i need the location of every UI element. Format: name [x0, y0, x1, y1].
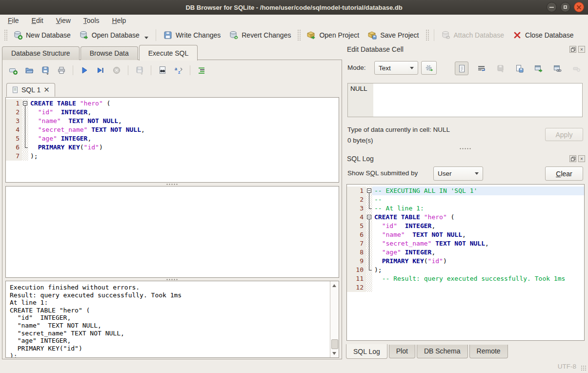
log-filter-select[interactable]: User: [433, 166, 483, 181]
code-line: 3-- At line 1:: [347, 204, 584, 213]
close-tab-icon[interactable]: ✕: [43, 87, 50, 93]
sql-tab-label: SQL 1: [21, 86, 41, 94]
attach-database-button: Attach Database: [437, 28, 509, 42]
text-mode-button[interactable]: [455, 62, 468, 75]
scroll-down-icon[interactable]: [330, 350, 338, 357]
tab-plot[interactable]: Plot: [389, 345, 415, 358]
save-results-button: [134, 64, 145, 76]
save-as-icon: [515, 64, 524, 73]
tab-database-structure[interactable]: Database Structure: [2, 46, 80, 60]
sql-log-view[interactable]: 1-- EXECUTING ALL IN 'SQL 1'2--3-- At li…: [346, 184, 585, 341]
import-mode-button[interactable]: [421, 61, 437, 75]
sql-toolbar-separator: [151, 65, 151, 75]
sql-editor[interactable]: 1CREATE TABLE "hero" (2 "id" INTEGER,3 "…: [5, 97, 339, 183]
scroll-up-icon[interactable]: [330, 282, 338, 289]
open-database-button[interactable]: Open Database: [75, 28, 153, 42]
log-filter-label: Show SQL submitted by: [347, 169, 418, 177]
minimize-icon[interactable]: [547, 2, 557, 12]
word-wrap-icon: [477, 64, 486, 73]
cell-value-editor[interactable]: NULL: [347, 83, 583, 117]
menu-view[interactable]: View: [53, 16, 74, 25]
dock-splitter-handle[interactable]: [459, 148, 472, 149]
open-database-dropdown-caret[interactable]: [144, 37, 148, 39]
window-controls: [547, 2, 584, 12]
revert-changes-button[interactable]: Revert Changes: [225, 28, 295, 42]
svg-text:z: z: [178, 70, 181, 75]
results-scrollbar[interactable]: [330, 281, 339, 357]
new-database-button[interactable]: New Database: [9, 28, 75, 42]
clear-log-button[interactable]: Clear: [545, 166, 583, 181]
write-changes-icon: [163, 31, 172, 40]
find-button[interactable]: [157, 64, 168, 76]
execute-current-line-button[interactable]: [95, 64, 106, 76]
mode-value: Text: [379, 64, 391, 72]
sql-file-icon: [12, 86, 19, 93]
maximize-icon[interactable]: [560, 2, 570, 12]
bottom-tab-bar: SQL Log Plot DB Schema Remote: [346, 345, 508, 358]
close-icon[interactable]: [574, 2, 584, 12]
open-project-icon: [307, 31, 316, 40]
menu-tools[interactable]: Tools: [81, 16, 102, 25]
menu-bar: File Edit View Tools Help: [0, 15, 588, 26]
close-database-button[interactable]: Close Database: [508, 28, 578, 42]
stop-button: [111, 64, 122, 76]
tab-browse-data[interactable]: Browse Data: [81, 46, 138, 60]
scrollbar-thumb[interactable]: [331, 339, 338, 349]
edit-cell-header: Edit Database Cell ×: [345, 44, 586, 55]
menu-edit[interactable]: Edit: [29, 16, 46, 25]
format-sql-button[interactable]: [196, 64, 207, 76]
float-panel-icon[interactable]: [569, 46, 576, 53]
mode-select[interactable]: Text: [374, 61, 418, 75]
title-bar[interactable]: DB Browser for SQLite - /home/user/code/…: [0, 0, 588, 15]
stop-icon: [112, 66, 121, 75]
open-sql-file-button[interactable]: [23, 64, 35, 76]
open-external-button[interactable]: [532, 62, 545, 75]
close-panel-icon[interactable]: ×: [578, 46, 585, 53]
splitter-handle[interactable]: [166, 184, 179, 185]
resize-grip[interactable]: [581, 365, 587, 372]
attach-database-icon: [442, 31, 450, 40]
word-wrap-button[interactable]: [475, 62, 487, 75]
link-data-button[interactable]: [551, 62, 564, 75]
menu-file[interactable]: File: [5, 16, 22, 25]
export-cell-button[interactable]: [513, 62, 526, 75]
tab-sql-log[interactable]: SQL Log: [346, 344, 387, 359]
tab-remote[interactable]: Remote: [469, 345, 508, 358]
toolbar-drag-handle[interactable]: [426, 29, 429, 41]
code-line: 4CREATE TABLE "hero" (: [347, 213, 584, 222]
apply-button: Apply: [545, 128, 583, 141]
save-project-icon: [368, 31, 377, 40]
toolbar-drag-handle[interactable]: [297, 29, 301, 41]
close-panel-icon[interactable]: ×: [578, 155, 585, 162]
execute-all-button[interactable]: [79, 64, 90, 76]
code-line: 7);: [6, 152, 339, 161]
sql-1-tab[interactable]: SQL 1 ✕: [6, 83, 55, 97]
tab-db-schema[interactable]: DB Schema: [417, 345, 468, 358]
print-sql-button[interactable]: [56, 64, 67, 76]
import-icon: [496, 64, 505, 73]
encoding-indicator: UTF-8: [558, 363, 576, 370]
new-sql-tab-button[interactable]: [7, 64, 19, 76]
sql-log-header: SQL Log ×: [345, 153, 586, 164]
open-database-icon: [80, 31, 88, 40]
float-panel-icon[interactable]: [569, 155, 576, 162]
execute-sql-panel: a z SQL 1: [2, 60, 342, 359]
write-changes-button[interactable]: Write Changes: [159, 28, 225, 42]
toolbar-drag-handle[interactable]: [4, 29, 7, 41]
execution-results-panel[interactable]: Execution finished without errors. Resul…: [5, 281, 339, 358]
splitter-handle[interactable]: [166, 279, 179, 280]
open-project-button[interactable]: Open Project: [303, 28, 364, 42]
sql-toolbar-separator: [128, 65, 128, 75]
toolbar-separator: [156, 29, 156, 41]
code-line: 7 "secret_name" TEXT NOT NULL,: [347, 239, 584, 248]
code-line: 5 "id" INTEGER,: [347, 222, 584, 230]
cell-editor-toolbar: [455, 61, 588, 76]
save-sql-file-button[interactable]: [40, 64, 51, 76]
auto-complete-button[interactable]: a z: [173, 64, 184, 76]
format-sql-icon: [197, 66, 206, 75]
tab-execute-sql[interactable]: Execute SQL: [139, 45, 198, 61]
gear-icon: [425, 64, 433, 72]
query-results-grid[interactable]: [5, 186, 339, 278]
menu-help[interactable]: Help: [109, 16, 129, 25]
save-project-button[interactable]: Save Project: [364, 28, 423, 42]
